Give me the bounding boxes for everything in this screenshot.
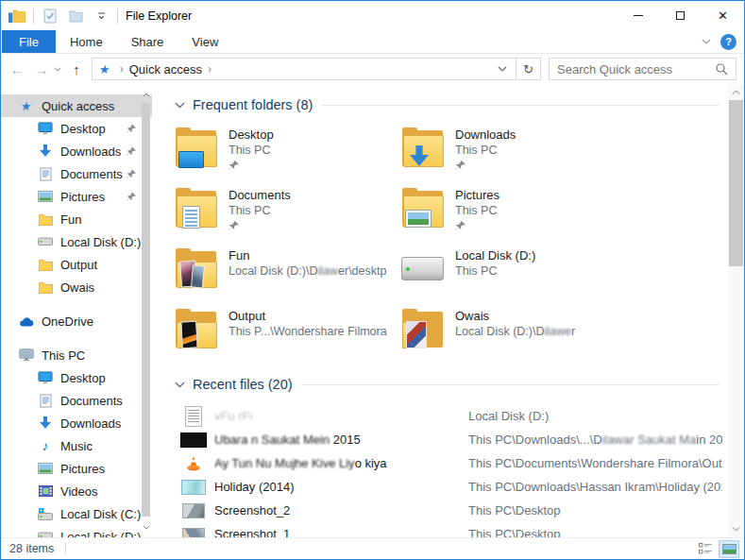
help-icon[interactable]: ? [720,34,737,50]
screenshot-thumbnail-icon [180,528,207,538]
sidebar-item-pc-downloads[interactable]: Downloads [1,412,152,434]
tile-path: This PC [229,143,274,158]
sidebar-item-videos[interactable]: Videos [1,480,152,502]
sidebar-item-documents[interactable]: Documents [1,162,152,185]
sidebar-item-fun[interactable]: Fun [1,208,152,230]
videos-icon [38,484,53,499]
tab-file[interactable]: File [2,30,56,53]
sidebar-item-pc-documents[interactable]: Documents [1,389,152,412]
refresh-button[interactable]: ↻ [516,58,541,80]
address-box[interactable]: ★ › Quick access › [92,58,516,80]
tile-name: Fun [229,248,386,263]
pin-icon [229,160,274,171]
sidebar-item-pc-pictures[interactable]: Pictures [1,457,152,480]
address-dropdown-chevron[interactable] [489,66,516,72]
tile-downloads[interactable]: Downloads This PC [401,127,628,176]
tile-owais[interactable]: Owais Local Disk (D:)\Dilawer [401,309,628,357]
section-title: Recent files (20) [193,377,293,392]
sidebar-label: Pictures [60,190,105,204]
sidebar-label: Output [60,258,97,272]
tile-name: Owais [455,309,575,324]
tile-documents[interactable]: Documents This PC [175,188,401,236]
tile-local-disk-d[interactable]: Local Disk (D:) This PC [401,248,628,297]
sidebar-item-owais[interactable]: Owais [1,276,152,298]
section-rule [322,105,719,106]
recent-file-row[interactable]: Screenshot_2 This PC\Desktop [175,499,722,522]
sidebar-item-local-disk-d[interactable]: Local Disk (D:) [1,230,152,253]
recent-file-row[interactable]: Holiday (2014) This PC\Downloads\Hassan … [175,475,722,499]
chevron-down-icon[interactable] [175,102,185,109]
tile-output[interactable]: Output This P...\Wondershare Filmora [175,309,401,357]
sidebar-item-pc-desktop[interactable]: Desktop [1,366,152,389]
sidebar-item-pictures[interactable]: Pictures [1,185,152,208]
scroll-down-arrow[interactable] [140,520,152,534]
content-scrollbar[interactable] [728,84,744,537]
pin-icon [127,169,137,179]
maximize-icon [676,11,685,20]
up-button[interactable]: ↑ [65,57,88,81]
forward-button[interactable]: → [29,57,54,81]
tile-path: This P...\Wondershare Filmora [229,324,387,339]
sidebar-item-desktop[interactable]: Desktop [1,117,152,140]
scrollbar-thumb[interactable] [142,103,150,517]
breadcrumb-quick-access[interactable]: Quick access [129,62,202,76]
recent-file-row[interactable]: Ubara n Saukat Mein 2015 This PC\Downloa… [175,428,722,451]
drive-icon [401,248,445,290]
sidebar-item-this-pc[interactable]: This PC [1,344,152,366]
recent-files-header[interactable]: Recent files (20) [175,373,722,396]
file-name: Screenshot_2 [214,503,468,518]
drive-icon [38,529,53,537]
sidebar-label: Documents [60,167,123,181]
sidebar-item-music[interactable]: ♪ Music [1,434,152,457]
recent-file-row[interactable]: Screenshot_1 This PC\Desktop [175,522,722,537]
quick-access-star-icon: ★ [19,98,34,113]
sidebar-label: Local Disk (D:) [60,235,141,249]
details-view-button[interactable] [695,540,716,558]
frequent-folders-header[interactable]: Frequent folders (8) [175,93,722,116]
recent-locations-chevron[interactable] [54,67,65,72]
sidebar-item-onedrive[interactable]: OneDrive [1,310,152,332]
downloads-folder-icon [401,127,445,169]
close-button[interactable]: ✕ [702,1,744,30]
recent-file-row[interactable]: Ay Tun Nu Mujhe Kive Liyo kiya This PC\D… [175,451,722,475]
thumbnail-view-button[interactable] [719,540,739,558]
expand-ribbon-chevron[interactable] [702,39,711,44]
tab-share[interactable]: Share [117,30,178,53]
maximize-button[interactable] [659,1,702,30]
recent-file-row[interactable]: vFu rFi Local Disk (D:) [175,404,722,428]
sidebar-item-downloads[interactable]: Downloads [1,140,152,162]
new-folder-button[interactable] [66,7,85,25]
tab-view[interactable]: View [178,30,232,53]
sidebar-label: Fun [60,212,81,227]
tile-fun[interactable]: Fun Local Disk (D:)\Dilawer\desktp [175,248,401,297]
chevron-down-icon[interactable] [175,382,185,388]
sidebar-label: Desktop [60,122,106,136]
search-box[interactable]: Search Quick access [549,58,737,80]
file-path: This PC\Documents\Wondershare Filmora\Ou… [468,456,722,470]
sidebar-item-local-disk-d2[interactable]: Local Disk (D:) [1,525,152,537]
downloads-icon [38,416,53,431]
tile-pictures[interactable]: Pictures This PC [401,188,628,236]
section-title: Frequent folders (8) [193,97,313,112]
scrollbar-thumb[interactable] [729,100,743,266]
sidebar-scrollbar[interactable] [140,84,152,537]
scroll-up-arrow[interactable] [728,85,744,99]
pictures-folder-icon [401,188,445,229]
ribbon-tab-bar: File Home Share View ? [1,30,744,54]
sidebar-item-output[interactable]: Output [1,253,152,276]
tab-home[interactable]: Home [56,30,117,53]
photo-folder-icon [175,248,218,290]
search-icon[interactable] [715,62,728,76]
scroll-up-arrow[interactable] [140,88,152,101]
back-button[interactable]: ← [5,57,29,81]
properties-button[interactable] [41,7,59,25]
tile-desktop[interactable]: Desktop This PC [175,127,401,176]
customize-qat-dropdown[interactable] [92,7,110,25]
screenshot-thumbnail-icon [180,503,207,518]
sidebar-item-local-disk-c[interactable]: Local Disk (C:) [1,502,152,525]
scroll-down-arrow[interactable] [728,522,744,536]
breadcrumb-chevron[interactable]: › [114,62,129,76]
minimize-button[interactable] [617,1,659,30]
breadcrumb-chevron[interactable]: › [202,62,217,76]
sidebar-item-quick-access[interactable]: ★ Quick access [1,94,152,117]
